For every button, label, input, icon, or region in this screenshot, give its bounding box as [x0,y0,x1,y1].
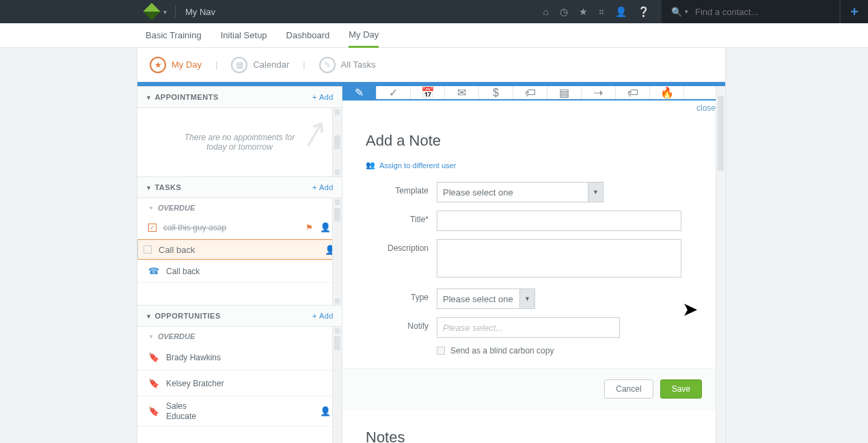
opportunity-row[interactable]: 🔖 Kelsey Bratcher [137,371,342,397]
person-icon[interactable]: 👤 [320,222,331,232]
user-icon[interactable]: 👤 [615,6,627,17]
appointments-add-link[interactable]: + Add [312,93,334,101]
chevron-down-icon[interactable]: ▾ [685,8,688,15]
search-input[interactable] [695,7,811,17]
triangle-icon: ▼ [148,334,154,340]
title-input[interactable] [437,211,681,231]
star-icon[interactable]: ★ [579,6,588,17]
subtab-my-day[interactable]: ★ My Day [150,57,202,73]
apps-icon[interactable]: ⌗ [599,6,604,18]
calendar-circle-icon: ▦ [231,57,247,73]
type-label: Type [366,288,437,302]
triangle-icon: ▼ [148,205,154,211]
opportunity-label: Brady Hawkins [166,353,221,362]
template-value: Please select one [443,187,513,198]
add-note-form: Add a Note 👥 Assign to different user Te… [342,113,725,411]
checkbox-icon[interactable] [437,347,445,355]
appointments-empty-state: There are no appointments for today or t… [137,108,342,176]
tasks-add-link[interactable]: + Add [312,183,334,191]
opportunity-row[interactable]: 🔖 Sales Educate 👤 [137,397,342,427]
tasks-header[interactable]: ▼TASKS + Add [137,176,342,198]
right-column: ✎ ✓ 📅 ✉ $ 🏷 ▤ ⇢ 🏷 🔥 close Add a Note 👥 A… [342,86,725,443]
flag-icon[interactable]: ⚑ [306,223,313,232]
title-label: Title* [366,211,437,224]
note-tab-icon[interactable]: ✎ [342,86,377,99]
close-link[interactable]: close [696,103,716,113]
help-icon[interactable]: ❔ [638,6,649,17]
card-tab-icon[interactable]: ▤ [547,86,582,99]
person-icon[interactable]: 👤 [320,406,331,416]
cancel-button[interactable]: Cancel [604,379,653,399]
template-label: Template [366,182,437,196]
payment-tab-icon[interactable]: $ [479,86,513,99]
checkbox-icon[interactable]: ✓ [148,224,157,232]
notify-select[interactable]: Please select... [437,317,620,338]
nav-tab-my-day[interactable]: My Day [349,23,379,48]
logo-icon[interactable] [143,3,160,20]
tasks-title: TASKS [154,183,181,191]
global-add-button[interactable]: + [841,0,868,23]
home-icon[interactable]: ⌂ [543,6,549,17]
search-container[interactable]: 🔍 ▾ [662,0,839,23]
type-select[interactable]: Please select one ▼ [437,288,535,309]
subtab-all-tasks[interactable]: ✎ All Tasks [319,57,376,73]
tasks-overdue-heading: ▼OVERDUE [137,198,342,216]
save-button[interactable]: Save [660,379,702,399]
users-icon: 👥 [366,161,375,170]
sequence-tab-icon[interactable]: ⇢ [582,86,616,99]
subtab-label: My Day [172,59,202,70]
scrollbar[interactable] [716,86,725,443]
subtab-calendar[interactable]: ▦ Calendar [231,57,289,73]
calendar-tab-icon[interactable]: 📅 [411,86,445,99]
overdue-label: OVERDUE [158,204,195,212]
scrollbar[interactable] [332,108,342,176]
assign-link[interactable]: 👥 Assign to different user [366,161,456,170]
clock-icon[interactable]: ◷ [560,6,568,17]
separator: | [303,59,305,70]
bcc-label: Send as a blind carbon copy [450,346,554,355]
notes-heading: Notes [342,429,725,443]
overdue-label: OVERDUE [158,332,195,340]
scrollbar[interactable] [332,327,342,443]
task-label: Call back [159,245,195,255]
template-select[interactable]: Please select one ▼ [437,182,603,202]
collapse-icon: ▼ [146,94,152,101]
chevron-down-icon: ▼ [519,289,534,308]
opportunity-row[interactable]: 🔖 Brady Hawkins [137,345,342,371]
opportunities-overdue-heading: ▼OVERDUE [137,327,342,345]
top-bar: ▾ My Nav ⌂ ◷ ★ ⌗ 👤 ❔ 🔍 ▾ + [0,0,868,23]
collapse-icon: ▼ [146,313,152,320]
task-row[interactable]: Call back 👤 [137,239,342,260]
scrollbar[interactable] [332,198,342,305]
nav-tab-dashboard[interactable]: Dashboard [286,23,330,48]
email-tab-icon[interactable]: ✉ [445,86,479,99]
bcc-checkbox-row[interactable]: Send as a blind carbon copy [437,346,702,355]
phone-icon: ☎ [148,266,159,276]
task-tab-icon[interactable]: ✓ [377,86,411,99]
main-nav: Basic Training Initial Setup Dashboard M… [0,23,868,48]
tag-icon: 🔖 [148,352,159,362]
tag-tab-icon[interactable]: 🏷 [513,86,547,99]
task-label: call this guy asap [163,223,226,232]
opportunity-label: Sales Educate [166,401,196,421]
type-value: Please select one [443,294,513,304]
fire-tab-icon[interactable]: 🔥 [650,86,684,99]
empty-text: There are no appointments for today or t… [178,133,301,152]
nav-tab-initial-setup[interactable]: Initial Setup [221,23,267,48]
appointments-header[interactable]: ▼APPOINTMENTS + Add [137,86,342,108]
brand-title[interactable]: My Nav [185,7,215,17]
opportunities-header[interactable]: ▼OPPORTUNITIES + Add [137,305,342,327]
subtab-label: Calendar [253,59,289,70]
content-area: ★ My Day | ▦ Calendar | ✎ All Tasks ▼APP… [137,48,726,443]
opportunities-add-link[interactable]: + Add [312,312,334,320]
task-row[interactable]: ☎ Call back [137,260,342,283]
task-row[interactable]: ✓ call this guy asap ⚑ 👤 [137,216,342,239]
checkbox-icon[interactable] [144,245,152,254]
tags-tab-icon[interactable]: 🏷 [616,86,650,99]
assign-link-text: Assign to different user [379,161,456,170]
description-textarea[interactable] [437,239,681,278]
opportunities-title: OPPORTUNITIES [154,312,220,320]
tag-icon: 🔖 [148,378,159,388]
nav-tab-basic-training[interactable]: Basic Training [146,23,202,48]
chevron-down-icon[interactable]: ▾ [163,8,167,16]
